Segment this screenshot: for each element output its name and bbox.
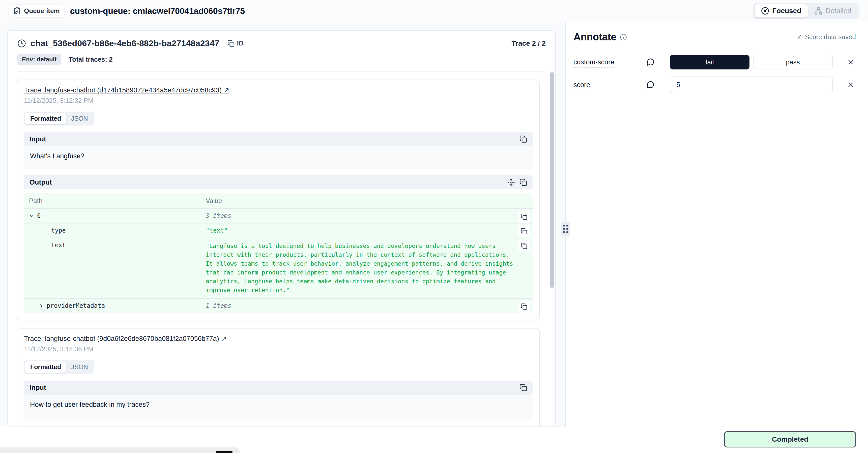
output-json-table-1: Path Value 0 3 items (24, 193, 533, 313)
annotate-title: Annotate (574, 31, 616, 43)
json-row-0[interactable]: 0 3 items (24, 208, 533, 223)
copy-input-button-1[interactable] (520, 135, 527, 143)
json-row-type[interactable]: type "text" (24, 223, 533, 237)
json-path: providerMetadata (46, 302, 105, 309)
annotate-panel: Annotate ✓ Score data saved custom-score… (566, 22, 868, 427)
delete-score-icon[interactable] (845, 58, 856, 66)
vertical-scrollbar[interactable] (550, 72, 554, 288)
copy-row-button[interactable] (518, 210, 530, 223)
copy-row-button[interactable] (518, 301, 530, 313)
option-pass-button[interactable]: pass (753, 55, 833, 69)
json-path: 0 (37, 213, 40, 220)
output-label-1: Output (30, 178, 52, 186)
comment-bubble-icon[interactable] (646, 58, 655, 66)
view-mode-toggle: Focused Detailed (753, 3, 860, 19)
output-section-1: Output (24, 175, 533, 313)
info-icon[interactable] (620, 34, 627, 41)
external-link-icon: ↗ (221, 335, 227, 342)
copy-row-button[interactable] (518, 240, 530, 252)
score-name-score: score (574, 81, 646, 89)
chevron-right-icon[interactable] (39, 303, 44, 309)
expand-output-button-1[interactable] (507, 178, 515, 186)
copy-icon (227, 40, 235, 47)
copy-icon (520, 384, 527, 391)
copy-id-label: ID (237, 39, 244, 47)
tab-json-2[interactable]: JSON (66, 361, 93, 373)
trace-card-2: Trace: langfuse-chatbot (9d0a6f2e6de8670… (17, 328, 540, 427)
json-row-text[interactable]: text "Langfuse is a tool designed to hel… (24, 237, 533, 298)
tab-formatted-1[interactable]: Formatted (25, 113, 66, 124)
delete-score-icon[interactable] (845, 81, 856, 89)
json-value: "text" (206, 227, 515, 234)
copy-output-button-1[interactable] (520, 178, 527, 186)
completed-button[interactable]: Completed (724, 431, 856, 448)
panel-resize-handle[interactable] (561, 222, 570, 236)
taskbar-fragment (0, 448, 240, 453)
copy-id-button[interactable]: ID (227, 39, 244, 47)
save-status-label: Score data saved (805, 33, 856, 41)
column-value: Value (206, 197, 515, 205)
save-status: ✓ Score data saved (797, 33, 856, 41)
json-table-header: Path Value (24, 193, 533, 208)
queue-item-badge-label: Queue item (24, 7, 60, 15)
copy-icon (521, 303, 527, 310)
format-toggle-1: Formatted JSON (24, 112, 94, 125)
trace-link-2[interactable]: Trace: langfuse-chatbot (9d0a6f2e6de8670… (24, 335, 227, 343)
json-value: 1 items (206, 302, 515, 309)
input-text-1: What's Langfuse? (24, 146, 533, 169)
page-title: custom-queue: cmiacwel70041ad060s7tlr75 (70, 6, 245, 16)
item-title: chat_536ed067-b86e-4eb6-882b-ba27148a234… (31, 38, 219, 48)
format-toggle-2: Formatted JSON (24, 360, 94, 374)
chevron-down-icon[interactable] (29, 213, 35, 219)
tab-json-1[interactable]: JSON (66, 113, 93, 124)
input-label-2: Input (30, 384, 46, 392)
gauge-icon (761, 7, 769, 15)
copy-icon (521, 214, 527, 220)
focused-view-label: Focused (772, 7, 801, 15)
copy-icon (520, 178, 527, 186)
json-path: text (51, 242, 66, 249)
comment-bubble-icon[interactable] (646, 81, 655, 89)
clock-icon (18, 39, 26, 48)
json-value: "Langfuse is a tool designed to help bus… (206, 242, 515, 295)
queue-item-badge: Queue item (8, 4, 65, 18)
copy-input-button-2[interactable] (520, 384, 527, 391)
queue-item-panel: chat_536ed067-b86e-4eb6-882b-ba27148a234… (7, 30, 556, 427)
score-name-custom-score: custom-score (574, 58, 646, 66)
detailed-view-button[interactable]: Detailed (808, 4, 858, 18)
focused-view-button[interactable]: Focused (754, 4, 808, 18)
external-link-icon: ↗ (224, 86, 229, 94)
total-traces-label: Total traces: 2 (69, 56, 113, 63)
input-section-1: Input What's Langfuse? (24, 132, 533, 169)
trace-cards: Trace: langfuse-chatbot (d174b1589072e43… (8, 72, 555, 427)
json-path: type (51, 227, 66, 234)
clipboard-pen-icon (13, 7, 21, 15)
score-row-custom-score: custom-score fail pass (574, 55, 856, 69)
trace-card-1: Trace: langfuse-chatbot (d174b1589072e43… (17, 80, 540, 320)
input-text-2: How to get user feedback in my traces? (24, 395, 533, 421)
network-tree-icon (814, 7, 823, 15)
option-fail-button[interactable]: fail (670, 55, 749, 69)
detailed-view-label: Detailed (826, 7, 851, 15)
item-header: chat_536ed067-b86e-4eb6-882b-ba27148a234… (8, 31, 555, 72)
trace-timestamp-1: 11/12/2025, 3:12:32 PM (24, 97, 533, 105)
copy-icon (520, 135, 527, 143)
app-header: Queue item custom-queue: cmiacwel70041ad… (0, 0, 868, 22)
env-badge: Env: default (18, 54, 61, 65)
copy-icon (521, 243, 527, 249)
score-row-score: score (574, 77, 856, 93)
input-section-2: Input How to get user feedback in my tra… (24, 380, 533, 421)
trace-link-1[interactable]: Trace: langfuse-chatbot (d174b1589072e43… (24, 86, 229, 94)
trace-timestamp-2: 11/12/2025, 3:12:36 PM (24, 345, 533, 353)
json-row-providerMetadata[interactable]: providerMetadata 1 items (24, 298, 533, 313)
column-path: Path (24, 197, 206, 205)
bottom-bar-artifact (216, 451, 232, 453)
copy-row-button[interactable] (518, 225, 530, 237)
copy-icon (521, 228, 527, 234)
app-footer: Completed (0, 427, 868, 453)
tab-formatted-2[interactable]: Formatted (25, 361, 66, 373)
unfold-vertical-icon (507, 178, 515, 186)
trace-counter: Trace 2 / 2 (512, 39, 546, 48)
json-value: 3 items (206, 213, 515, 220)
score-value-input[interactable] (670, 77, 833, 93)
